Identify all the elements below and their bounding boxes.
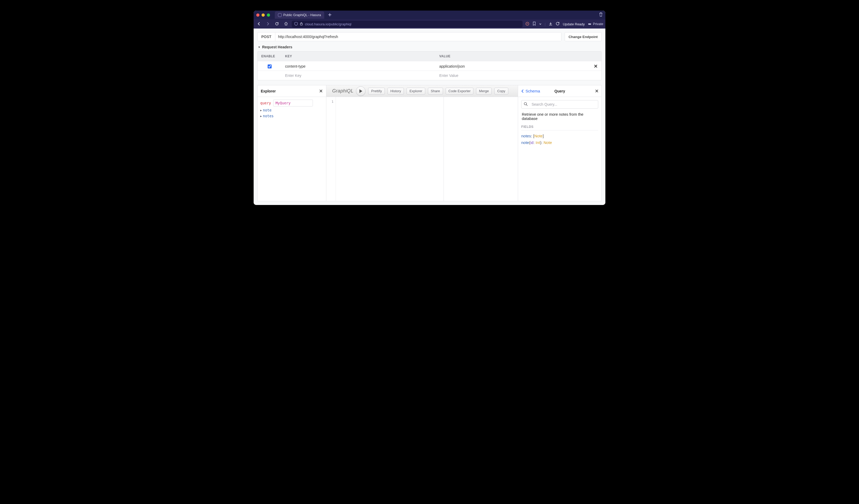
maximize-window-icon[interactable] <box>267 14 270 17</box>
extension-icon[interactable] <box>525 22 529 27</box>
graphiql-toolbar: GraphiQL Prettify History Explorer Share… <box>326 85 518 97</box>
docs-body: Retrieve one or more notes from the data… <box>518 97 601 150</box>
chevron-left-icon <box>257 22 261 26</box>
bookmark-icon[interactable] <box>533 22 536 27</box>
mask-icon <box>588 22 591 26</box>
explorer-title: Explorer <box>261 89 276 93</box>
change-endpoint-button[interactable]: Change Endpoint <box>564 32 602 41</box>
explorer-field-note[interactable]: ▶ note <box>260 108 323 112</box>
headers-table-row: ✕ <box>258 61 601 70</box>
caret-down-icon: ▼ <box>258 46 260 49</box>
new-tab-button[interactable] <box>327 12 333 18</box>
col-enable: ENABLE <box>258 52 282 60</box>
copy-button[interactable]: Copy <box>494 88 508 95</box>
bookmarks-menu-icon[interactable] <box>539 22 542 26</box>
update-ready-label[interactable]: Update Ready <box>563 22 585 26</box>
code-exporter-button[interactable]: Code Exporter <box>446 88 474 95</box>
browser-tab[interactable]: Public GraphiQL - Hasura <box>275 11 324 19</box>
downloads-icon[interactable] <box>549 22 553 27</box>
header-enable-checkbox[interactable] <box>268 64 272 68</box>
query-editor-pane[interactable]: 1 <box>326 97 444 201</box>
history-button[interactable]: History <box>388 88 404 95</box>
explorer-toggle-button[interactable]: Explorer <box>406 88 425 95</box>
docs-search-wrap <box>521 100 598 109</box>
home-icon <box>284 22 288 26</box>
graphiql-logo: GraphiQL <box>332 88 353 94</box>
reload-button[interactable] <box>274 22 280 27</box>
url-bar: cloud.hasura.io/public/graphiql | Update… <box>254 19 605 29</box>
header-key-input-new[interactable] <box>285 74 432 78</box>
headers-table-head: ENABLE KEY VALUE <box>258 51 601 61</box>
editor-split: 1 <box>326 97 518 201</box>
docs-close-button[interactable]: ✕ <box>595 88 599 94</box>
home-button[interactable] <box>283 22 289 27</box>
header-value-input-new[interactable] <box>439 74 586 78</box>
col-value: VALUE <box>436 52 590 60</box>
nav-back-button[interactable] <box>256 22 262 27</box>
trash-icon[interactable] <box>599 12 603 18</box>
url-text: cloud.hasura.io/public/graphiql <box>305 22 351 26</box>
search-icon <box>522 102 529 107</box>
header-key-input[interactable] <box>285 64 432 68</box>
triangle-right-icon: ▶ <box>260 115 262 117</box>
chevron-left-icon <box>521 89 525 93</box>
results-pane <box>444 97 518 201</box>
col-key: KEY <box>282 52 436 60</box>
query-keyword: query <box>260 101 271 105</box>
endpoint-box: POST <box>257 32 561 41</box>
docs-fields-heading: FIELDS <box>521 125 598 129</box>
header-value-input[interactable] <box>439 64 586 68</box>
editor-panel: GraphiQL Prettify History Explorer Share… <box>326 85 518 201</box>
http-method-label: POST <box>258 32 275 41</box>
private-mode-badge: Private <box>588 22 603 26</box>
nav-forward-button[interactable] <box>265 22 271 27</box>
url-field[interactable]: cloud.hasura.io/public/graphiql <box>292 21 523 28</box>
headers-table-row-new <box>258 70 601 80</box>
plus-icon <box>328 13 332 17</box>
docs-description: Retrieve one or more notes from the data… <box>522 112 598 121</box>
browser-window: Public GraphiQL - Hasura <box>254 11 605 205</box>
merge-button[interactable]: Merge <box>476 88 492 95</box>
request-headers-toggle[interactable]: ▼ Request Headers <box>258 45 602 49</box>
play-icon <box>359 89 363 93</box>
docs-search-input[interactable] <box>531 100 598 108</box>
url-right-controls: | Update Ready Private <box>525 22 603 27</box>
window-controls <box>256 14 270 17</box>
explorer-panel: Explorer ✕ query ▶ note ▶ notes <box>258 85 326 201</box>
docs-title: Query <box>554 89 565 93</box>
prettify-button[interactable]: Prettify <box>368 88 385 95</box>
docs-panel: Schema Query ✕ Retrieve one or more note… <box>518 85 601 201</box>
divider <box>521 130 598 130</box>
headers-table: ENABLE KEY VALUE ✕ <box>257 51 602 80</box>
page-content: POST Change Endpoint ▼ Request Headers E… <box>254 29 605 205</box>
lock-icon <box>300 22 303 26</box>
endpoint-url-input[interactable] <box>275 32 561 41</box>
hasura-favicon-icon <box>278 13 282 17</box>
reload-icon <box>275 22 279 26</box>
docs-field-note[interactable]: note(id: Int): Note <box>521 140 598 145</box>
graphiql-container: Explorer ✕ query ▶ note ▶ notes <box>257 85 602 201</box>
triangle-right-icon: ▶ <box>260 109 262 112</box>
explorer-body: query ▶ note ▶ notes <box>258 97 326 121</box>
svg-rect-0 <box>300 23 303 25</box>
tab-title: Public GraphiQL - Hasura <box>283 13 321 17</box>
explorer-header: Explorer ✕ <box>258 85 326 97</box>
shield-icon <box>295 22 298 27</box>
query-editor[interactable] <box>336 97 443 201</box>
docs-field-notes[interactable]: notes: [Note] <box>521 133 598 138</box>
endpoint-row: POST Change Endpoint <box>257 32 602 41</box>
minimize-window-icon[interactable] <box>261 14 265 17</box>
share-button[interactable]: Share <box>428 88 443 95</box>
titlebar: Public GraphiQL - Hasura <box>254 11 605 19</box>
header-remove-button[interactable]: ✕ <box>590 61 601 71</box>
docs-header: Schema Query ✕ <box>518 85 601 97</box>
schema-back-link[interactable]: Schema <box>521 89 540 93</box>
sync-icon[interactable] <box>556 22 560 27</box>
explorer-close-button[interactable]: ✕ <box>319 88 323 94</box>
execute-query-button[interactable] <box>356 86 365 96</box>
explorer-field-notes[interactable]: ▶ notes <box>260 114 323 118</box>
chevron-right-icon <box>266 22 270 26</box>
close-window-icon[interactable] <box>256 14 259 17</box>
line-number-gutter: 1 <box>326 97 336 201</box>
query-name-input[interactable] <box>273 99 313 107</box>
